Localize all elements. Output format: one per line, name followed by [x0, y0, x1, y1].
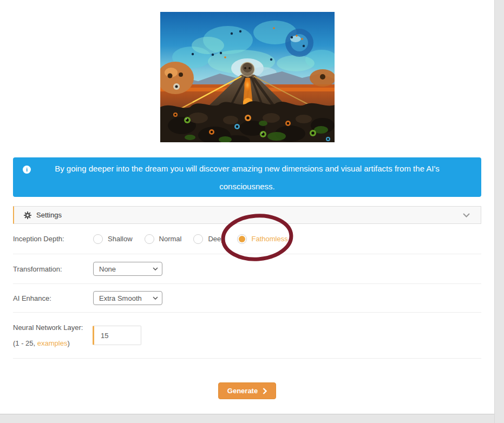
page-right-gutter	[494, 0, 504, 423]
layer-hint-suffix: )	[67, 339, 69, 347]
chevron-right-icon	[263, 388, 267, 394]
main-content: i By going deeper into the dream you wil…	[13, 0, 481, 414]
gear-icon	[24, 212, 31, 219]
examples-link[interactable]: examples	[37, 339, 68, 347]
radio-shallow-label: Shallow	[108, 235, 133, 243]
radio-shallow[interactable]: Shallow	[93, 234, 133, 244]
inception-depth-radio-group: Shallow Normal Deep Fathomless	[93, 234, 288, 244]
neural-network-layer-row: Neural Network Layer: (1 - 25, examples)	[13, 313, 481, 359]
neural-network-layer-label: Neural Network Layer:	[13, 323, 93, 332]
radio-deep-label: Deep	[208, 235, 225, 243]
page-bottom-gutter	[0, 414, 494, 423]
radio-normal-input[interactable]	[145, 234, 154, 244]
transformation-label: Transformation:	[13, 265, 93, 273]
generate-row: Generate	[13, 359, 481, 414]
settings-panel-header[interactable]: Settings	[13, 206, 481, 224]
generate-button[interactable]: Generate	[218, 382, 276, 399]
radio-deep-input[interactable]	[193, 234, 203, 244]
info-icon: i	[23, 166, 31, 174]
generate-button-label: Generate	[227, 387, 258, 395]
transformation-row: Transformation: None	[13, 254, 481, 284]
transformation-select[interactable]: None	[93, 262, 162, 276]
radio-normal[interactable]: Normal	[145, 234, 182, 244]
inception-depth-label: Inception Depth:	[13, 235, 93, 243]
layer-range-hint: (1 - 25, examples)	[13, 339, 93, 347]
radio-deep[interactable]: Deep	[193, 234, 225, 244]
dream-preview-image	[160, 12, 335, 142]
radio-fathomless-label: Fathomless	[252, 235, 288, 243]
neural-network-layer-input[interactable]	[93, 326, 141, 345]
info-banner: i By going deeper into the dream you wil…	[13, 157, 481, 197]
transformation-select-wrap: None	[93, 262, 162, 276]
chevron-down-icon[interactable]	[463, 213, 470, 217]
ai-enhance-select-wrap: Extra Smooth	[93, 291, 162, 305]
page: i By going deeper into the dream you wil…	[0, 0, 504, 423]
settings-title: Settings	[36, 211, 62, 219]
inception-depth-row: Inception Depth: Shallow Normal Deep Fat…	[13, 224, 481, 254]
ai-enhance-select[interactable]: Extra Smooth	[93, 291, 162, 305]
ai-enhance-row: AI Enhance: Extra Smooth	[13, 284, 481, 313]
radio-shallow-input[interactable]	[93, 234, 103, 244]
radio-fathomless[interactable]: Fathomless	[237, 234, 288, 244]
ai-enhance-label: AI Enhance:	[13, 294, 93, 302]
info-banner-text: By going deeper into the dream you will …	[44, 160, 450, 195]
neural-network-layer-labels: Neural Network Layer: (1 - 25, examples)	[13, 323, 93, 347]
layer-hint-prefix: (1 - 25,	[13, 339, 37, 347]
dream-image-graphic	[160, 12, 335, 142]
radio-normal-label: Normal	[159, 235, 182, 243]
radio-fathomless-input[interactable]	[237, 234, 247, 244]
